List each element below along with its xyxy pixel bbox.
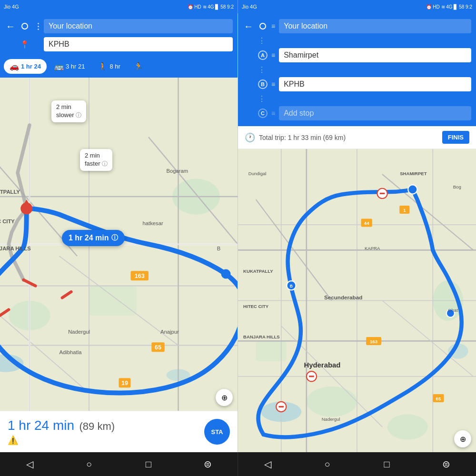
walk-icon: 🚶 bbox=[98, 62, 108, 71]
waypoint-b-letter: B bbox=[258, 79, 268, 89]
route-tooltip-faster: 2 minfaster ⓘ bbox=[80, 149, 112, 171]
svg-text:HITEC CITY: HITEC CITY bbox=[0, 218, 15, 224]
right-origin-input[interactable]: Your location bbox=[279, 19, 471, 33]
origin-row: ← Your location bbox=[5, 17, 233, 35]
svg-text:Bogaram: Bogaram bbox=[167, 168, 188, 174]
svg-text:163: 163 bbox=[370, 339, 377, 344]
svg-text:163: 163 bbox=[135, 273, 145, 279]
drag-handle-a[interactable]: ≡ bbox=[271, 51, 275, 59]
origin-icon bbox=[20, 21, 30, 31]
status-bar-right: Jio 4G ⏰ HD ≋ 4G ▊ 58 9:2 bbox=[238, 0, 476, 13]
svg-text:hatkesar: hatkesar bbox=[143, 220, 163, 226]
svg-text:Dundigal: Dundigal bbox=[248, 171, 267, 176]
svg-text:Nadergul: Nadergul bbox=[322, 416, 340, 422]
left-map: 163 65 19 4 KUKATPALLY HITEC CITY BANJAR… bbox=[0, 78, 238, 411]
drag-handle-b[interactable]: ≡ bbox=[271, 80, 275, 88]
total-trip-bar: 🕐 Total trip: 1 hr 33 min (69 km) FINIS bbox=[238, 126, 476, 149]
carrier-right: Jio 4G bbox=[242, 4, 257, 10]
svg-text:BANJARA HILLS: BANJARA HILLS bbox=[0, 246, 31, 251]
svg-text:1: 1 bbox=[403, 208, 406, 213]
total-trip-text: Total trip: 1 hr 33 min (69 km) bbox=[259, 134, 346, 141]
right-nav-header: ← ≡ Your location ⋮ A ≡ Shamirpet bbox=[238, 13, 476, 126]
tab-other[interactable]: 🏃 bbox=[128, 59, 149, 74]
tab-walk[interactable]: 🚶 8 hr bbox=[92, 59, 126, 74]
other-icon: 🏃 bbox=[134, 62, 143, 71]
start-button[interactable]: STA bbox=[204, 419, 230, 445]
svg-text:KUKATPALLY: KUKATPALLY bbox=[0, 189, 20, 195]
waypoint-a-input[interactable]: Shamirpet bbox=[279, 48, 471, 62]
transit-icon: 🚌 bbox=[54, 62, 64, 71]
destination-icon: 📍 bbox=[20, 40, 30, 49]
main-content: ← Your location 📍 bbox=[0, 13, 476, 452]
route-tooltip-slower: 2 minslower ⓘ bbox=[51, 100, 86, 122]
bottom-nav: ◁ ○ □ ⊜ ◁ ○ □ ⊜ bbox=[0, 452, 476, 476]
origin-input[interactable]: Your location bbox=[44, 19, 233, 33]
bottom-info: 1 hr 24 min (89 km) ⚠️ STA bbox=[0, 411, 238, 452]
svg-text:65: 65 bbox=[155, 344, 161, 351]
svg-point-45 bbox=[307, 387, 357, 417]
destination-input[interactable]: KPHB bbox=[44, 37, 233, 51]
waypoint-b-row: B ≡ KPHB bbox=[243, 75, 471, 93]
right-map: B 44 1 163 65 Dundigal SHAMIRPET KUKATPA… bbox=[238, 149, 476, 452]
svg-point-21 bbox=[221, 269, 231, 279]
home-nav-button-left[interactable]: ○ bbox=[79, 455, 99, 474]
svg-text:Secunderabad: Secunderabad bbox=[324, 294, 362, 300]
bottom-nav-right: ◁ ○ □ ⊜ bbox=[238, 452, 476, 476]
home-nav-button-right[interactable]: ○ bbox=[318, 455, 337, 474]
recents-nav-button-left[interactable]: □ bbox=[139, 455, 158, 474]
route-main-label[interactable]: 1 hr 24 min ⓘ bbox=[62, 230, 125, 246]
svg-text:44: 44 bbox=[364, 220, 369, 226]
svg-text:Hyderabad: Hyderabad bbox=[304, 361, 341, 369]
recents-nav-button-right[interactable]: □ bbox=[377, 455, 397, 474]
svg-text:B: B bbox=[217, 246, 221, 251]
right-map-svg: B 44 1 163 65 Dundigal SHAMIRPET KUKATPA… bbox=[238, 149, 476, 452]
vertical-dots-left bbox=[36, 23, 40, 30]
drag-handle-c[interactable]: ≡ bbox=[271, 109, 275, 117]
back-button-right[interactable]: ← bbox=[243, 21, 254, 32]
trip-info: 1 hr 24 min (89 km) ⚠️ bbox=[8, 418, 115, 446]
svg-text:Nadergul: Nadergul bbox=[68, 329, 90, 335]
waypoint-a-row: A ≡ Shamirpet bbox=[243, 46, 471, 64]
tab-car[interactable]: 🚗 1 hr 24 bbox=[4, 59, 47, 74]
svg-point-47 bbox=[387, 414, 428, 439]
back-button-left[interactable]: ← bbox=[5, 21, 16, 32]
dots-2: ⋮ bbox=[243, 64, 471, 75]
svg-text:19: 19 bbox=[121, 380, 128, 387]
right-origin-row: ← ≡ Your location bbox=[243, 17, 471, 35]
status-bar: Jio 4G ⏰ HD ≋ 4G ▊ 58 9:2 Jio 4G ⏰ HD ≋ … bbox=[0, 0, 476, 13]
svg-text:65: 65 bbox=[436, 396, 441, 401]
svg-text:Bog: Bog bbox=[453, 184, 461, 189]
svg-point-70 bbox=[408, 185, 417, 194]
drag-handle-origin[interactable]: ≡ bbox=[271, 22, 275, 30]
svg-rect-3 bbox=[89, 286, 137, 316]
menu-nav-button-right[interactable]: ⊜ bbox=[437, 455, 456, 474]
waypoint-b-input[interactable]: KPHB bbox=[279, 77, 471, 91]
dots-3: ⋮ bbox=[243, 93, 471, 104]
svg-text:SHAMIRPET: SHAMIRPET bbox=[400, 171, 426, 176]
back-nav-button-right[interactable]: ◁ bbox=[258, 455, 278, 474]
transport-tabs: 🚗 1 hr 24 🚌 3 hr 21 🚶 8 hr 🏃 bbox=[0, 57, 238, 78]
bottom-nav-left: ◁ ○ □ ⊜ bbox=[0, 452, 238, 476]
tab-transit[interactable]: 🚌 3 hr 21 bbox=[49, 59, 90, 74]
carrier-left: Jio 4G bbox=[4, 4, 19, 10]
right-panel: ← ≡ Your location ⋮ A ≡ Shamirpet bbox=[238, 13, 476, 452]
clock-icon: 🕐 bbox=[245, 132, 255, 143]
warning-icon: ⚠️ bbox=[8, 435, 115, 446]
svg-rect-46 bbox=[256, 341, 287, 361]
dots-1: ⋮ bbox=[243, 35, 471, 46]
svg-text:Anajpur: Anajpur bbox=[160, 329, 179, 335]
compass-button-left[interactable]: ⊕ bbox=[216, 389, 233, 406]
svg-text:HITEC CITY: HITEC CITY bbox=[243, 304, 269, 309]
finish-button[interactable]: FINIS bbox=[442, 131, 469, 144]
waypoint-c-input[interactable]: Add stop bbox=[279, 106, 471, 120]
svg-text:KAPRA: KAPRA bbox=[365, 246, 380, 251]
svg-text:Adibhatla: Adibhatla bbox=[60, 349, 82, 355]
back-nav-button-left[interactable]: ◁ bbox=[20, 455, 39, 474]
destination-row: 📍 KPHB bbox=[5, 35, 233, 53]
waypoint-c-letter: C bbox=[258, 109, 268, 118]
right-origin-icon bbox=[258, 21, 268, 31]
compass-button-right[interactable]: ⊕ bbox=[454, 430, 471, 447]
menu-nav-button-left[interactable]: ⊜ bbox=[198, 455, 218, 474]
waypoint-a-letter: A bbox=[258, 50, 268, 60]
left-nav-header: ← Your location 📍 bbox=[0, 13, 238, 57]
